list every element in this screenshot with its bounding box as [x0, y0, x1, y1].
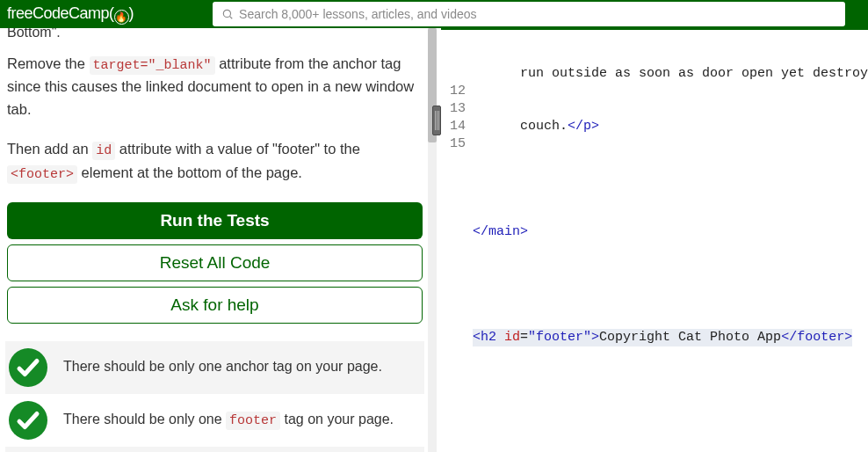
- main-split: Bottom". Remove the target="_blank" attr…: [0, 28, 868, 452]
- code-editor-pane[interactable]: 12 13 14 15 run outside as soon as door …: [441, 28, 868, 452]
- test-results: There should be only one anchor tag on y…: [5, 341, 424, 452]
- test-pass-icon: [9, 401, 47, 440]
- code-inline: id: [92, 142, 115, 160]
- app-header: freeCodeCamp(🔥): [0, 0, 868, 28]
- reset-code-button[interactable]: Reset All Code: [7, 244, 423, 281]
- instruction-paragraph-1: Remove the target="_blank" attribute fro…: [5, 53, 424, 120]
- svg-point-0: [223, 10, 230, 17]
- test-row: There should be only one anchor tag on y…: [5, 341, 424, 394]
- line-gutter: 12 13 14 15: [441, 30, 473, 153]
- test-pass-icon: [9, 348, 47, 387]
- code-inline: target="_blank": [90, 56, 215, 75]
- search-input[interactable]: [239, 7, 836, 21]
- test-description: There should be only one anchor tag on y…: [63, 358, 382, 376]
- instructions-pane: Bottom". Remove the target="_blank" attr…: [0, 28, 430, 452]
- ask-help-button[interactable]: Ask for help: [7, 287, 423, 324]
- svg-line-1: [230, 17, 233, 19]
- logo[interactable]: freeCodeCamp(🔥): [7, 4, 134, 25]
- instruction-paragraph-2: Then add an id attribute with a value of…: [5, 138, 424, 185]
- flame-icon: 🔥: [114, 10, 129, 25]
- code-inline: footer: [226, 412, 280, 430]
- run-tests-button[interactable]: Run the Tests: [7, 202, 423, 239]
- pane-resize-handle[interactable]: [432, 106, 441, 135]
- code-content[interactable]: run outside as soon as door open yet des…: [473, 30, 868, 382]
- test-description: There should be only one footer tag on y…: [63, 411, 394, 430]
- search-bar[interactable]: [213, 2, 845, 26]
- search-icon: [221, 8, 234, 20]
- test-row: There should be only one footer tag on y…: [5, 394, 424, 447]
- code-inline: <footer>: [7, 165, 77, 184]
- test-row: The a tag should have an href attribute …: [5, 447, 424, 452]
- truncated-text: Bottom".: [5, 28, 424, 40]
